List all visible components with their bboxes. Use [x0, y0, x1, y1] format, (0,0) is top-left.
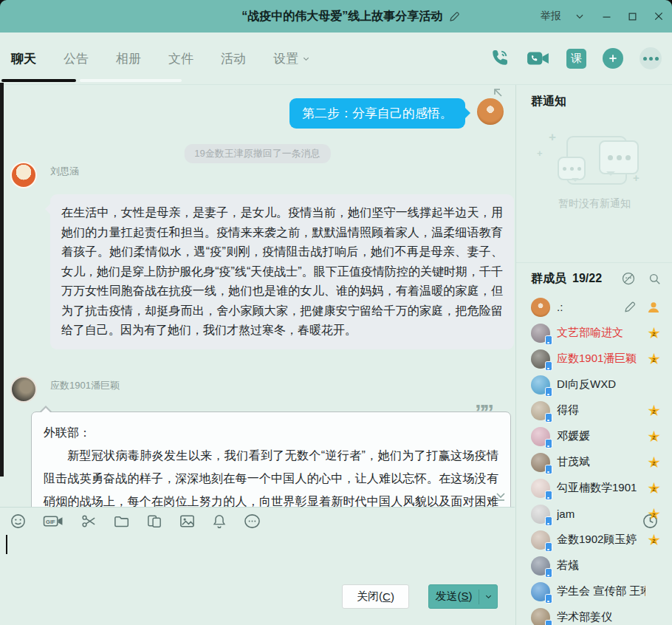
- member-name: 勾亚楠数学1901: [557, 481, 637, 495]
- quote-icon: ””: [475, 400, 491, 423]
- member-row[interactable]: 金数1902顾玉婷 ★z: [516, 527, 672, 553]
- background-artifact: [0, 83, 4, 477]
- input-toolbar: GIF: [0, 508, 515, 533]
- message-input[interactable]: [0, 533, 515, 581]
- tab-announcement[interactable]: 公告: [64, 50, 89, 67]
- member-row[interactable]: 邓媛媛 ★z: [516, 423, 672, 449]
- member-name: 应数1901潘巨颖: [557, 352, 637, 366]
- mobile-online-badge: [545, 361, 552, 371]
- empty-notifications-text: 暂时没有新通知: [516, 197, 672, 211]
- member-row[interactable]: 学术部姜仪 ★z: [516, 604, 672, 625]
- emoji-icon[interactable]: [10, 513, 27, 530]
- avatar[interactable]: [10, 376, 37, 403]
- member-name: 金数1902顾玉婷: [557, 533, 637, 547]
- member-avatar: [531, 582, 550, 601]
- message-bubble[interactable]: 第二步：分享自己的感悟。: [289, 98, 465, 129]
- member-row[interactable]: 得得 ★z: [516, 397, 672, 423]
- add-icon[interactable]: [603, 48, 623, 69]
- chevron-down-icon: [302, 55, 310, 63]
- message-bubble[interactable]: 在生活中，女性是母亲，是妻子，是女儿。疫情当前，她们坚守一线撑起半边天，用她们的…: [50, 194, 514, 349]
- member-name: 学生会 宣传部 王琳: [557, 584, 645, 598]
- tab-bar: 聊天 公告 相册 文件 活动 设置: [0, 33, 672, 85]
- member-avatar: [531, 556, 550, 576]
- maximize-button[interactable]: [627, 11, 638, 22]
- avatar[interactable]: [477, 98, 504, 125]
- member-name: DI向反WXD: [557, 378, 616, 392]
- group-title: “战疫中的伟大母爱”线上故事分享活动: [241, 9, 442, 24]
- tab-settings[interactable]: 设置: [273, 50, 310, 67]
- tab-underline-groove: [80, 79, 182, 82]
- report-button[interactable]: 举报: [541, 10, 561, 23]
- minimize-button[interactable]: [601, 11, 612, 22]
- recall-notice: 19金数王津原撤回了一条消息: [184, 144, 330, 163]
- member-row[interactable]: 应数1901潘巨颖 ★z: [516, 346, 672, 372]
- close-label: 关闭(: [357, 590, 383, 604]
- file-icon[interactable]: [113, 513, 130, 530]
- tab-files[interactable]: 文件: [168, 50, 193, 67]
- long-message-box[interactable]: ”” 外联部： 新型冠状病毒肺炎发生以来，我们看到了无数个“逆行者”，她们为了打…: [31, 411, 511, 507]
- member-row[interactable]: 甘茂斌 ★z: [516, 449, 672, 475]
- activity-star-badge: ★z: [647, 454, 661, 470]
- mobile-online-badge: [545, 387, 552, 397]
- tab-activities[interactable]: 活动: [221, 50, 246, 67]
- gif-icon[interactable]: GIF: [42, 513, 64, 530]
- sidebar: 群通知 + + + 暂时没有新通知 群成员 19/22: [515, 85, 672, 625]
- mobile-online-badge: [545, 491, 552, 500]
- member-name: 得得: [557, 403, 579, 417]
- activity-star-badge: ★z: [647, 403, 661, 418]
- title-bar: “战疫中的伟大母爱”线上故事分享活动 举报: [0, 0, 672, 33]
- close-chat-button[interactable]: 关闭(C): [342, 584, 409, 609]
- mobile-online-badge: [545, 542, 552, 552]
- member-list[interactable]: .: ★z 文艺部喻进文 ★z: [516, 294, 672, 625]
- send-options-dropdown[interactable]: [479, 592, 497, 601]
- screenshot-icon[interactable]: [80, 513, 97, 530]
- member-row[interactable]: 文艺部喻进文 ★z: [516, 320, 672, 346]
- edit-icon[interactable]: [623, 300, 637, 314]
- activity-star-badge: ★z: [647, 351, 661, 366]
- member-avatar: [531, 608, 550, 625]
- image-icon[interactable]: [179, 513, 196, 530]
- divider: [0, 507, 515, 508]
- member-row[interactable]: 学生会 宣传部 王琳 ★z: [516, 578, 672, 604]
- mobile-online-badge: [545, 568, 552, 578]
- edit-title-icon[interactable]: [448, 10, 461, 23]
- empty-notifications-illustration: + + +: [516, 126, 672, 199]
- screen-share-icon[interactable]: [145, 513, 163, 530]
- avatar[interactable]: [10, 162, 37, 188]
- member-row[interactable]: 勾亚楠数学1901 ★z: [516, 475, 672, 501]
- video-call-icon[interactable]: [527, 49, 550, 68]
- shake-icon[interactable]: [211, 513, 227, 530]
- expand-icon[interactable]: [494, 491, 507, 503]
- member-row[interactable]: .: ★z: [516, 294, 672, 320]
- chevron-down-icon[interactable]: [575, 11, 585, 21]
- mute-all-icon[interactable]: [621, 271, 636, 286]
- message-box-title: 外联部：: [44, 421, 498, 444]
- member-row[interactable]: 若燨 ★z: [516, 553, 672, 578]
- svg-text:GIF: GIF: [46, 518, 55, 525]
- chat-message-area[interactable]: 第二步：分享自己的感悟。 19金数王津原撤回了一条消息 刘思涵 在生活中，女性是…: [0, 85, 515, 507]
- send-button[interactable]: 发送(S): [428, 584, 498, 609]
- sender-name: 刘思涵: [50, 165, 79, 178]
- tab-chat[interactable]: 聊天: [11, 50, 36, 67]
- member-row[interactable]: jam ★z: [516, 501, 672, 527]
- member-avatar: [531, 401, 550, 420]
- more-icon[interactable]: [640, 47, 662, 69]
- activity-star-badge: ★z: [647, 325, 661, 341]
- class-badge[interactable]: 课: [566, 49, 586, 69]
- member-avatar: [531, 375, 550, 395]
- qq-group-chat-window: “战疫中的伟大母爱”线上故事分享活动 举报: [0, 0, 672, 625]
- more-tools-icon[interactable]: [243, 513, 261, 530]
- text-caret: [6, 535, 7, 554]
- member-avatar: [531, 349, 550, 369]
- members-title: 群成员 19/22: [531, 271, 602, 287]
- member-row[interactable]: DI向反WXD ★z: [516, 372, 672, 397]
- member-avatar: [531, 298, 550, 317]
- search-icon[interactable]: [648, 272, 662, 286]
- member-name: 学术部姜仪: [557, 610, 612, 624]
- mobile-online-badge: [545, 413, 552, 423]
- voice-call-icon[interactable]: [488, 47, 510, 69]
- close-button[interactable]: [653, 10, 665, 22]
- tab-album[interactable]: 相册: [116, 50, 141, 67]
- collapse-icon[interactable]: [493, 87, 504, 99]
- member-avatar: [531, 453, 550, 472]
